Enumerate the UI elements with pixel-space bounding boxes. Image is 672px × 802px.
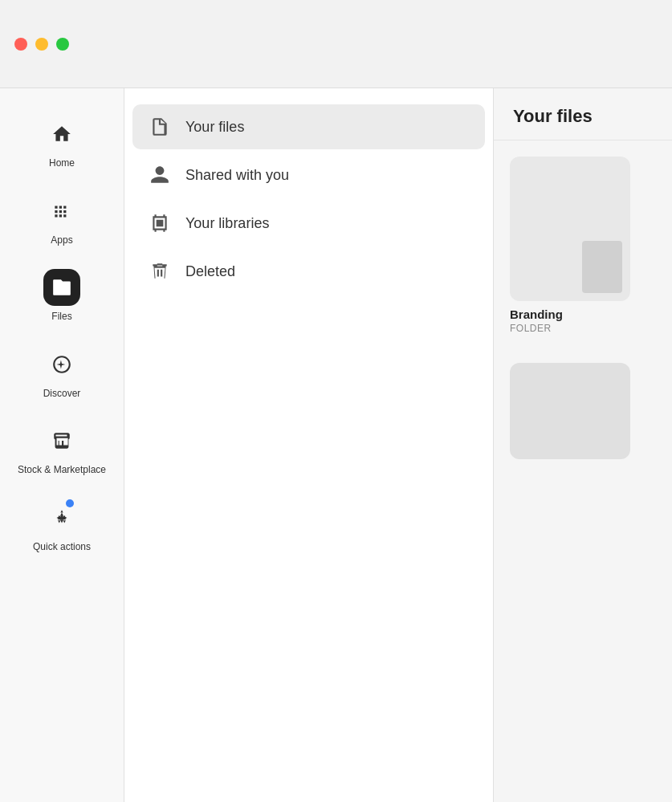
folder-card-branding [510, 157, 630, 301]
folder-type-branding: FOLDER [510, 323, 656, 334]
nav-option-deleted-label: Deleted [185, 263, 235, 280]
folder-card-inner-branding [582, 241, 622, 293]
sidebar-item-quick-actions[interactable]: Quick actions [0, 488, 124, 565]
nav-option-your-files-label: Your files [185, 119, 244, 136]
apps-icon-wrapper [43, 193, 80, 230]
app-container: Home Apps Files [0, 88, 672, 802]
sidebar: Home Apps Files [0, 88, 124, 802]
minimize-button[interactable] [35, 38, 48, 51]
sidebar-item-files[interactable]: Files [0, 258, 124, 335]
folder-name-branding: Branding [510, 307, 656, 321]
nav-option-shared[interactable]: Shared with you [132, 153, 485, 197]
quick-actions-badge [66, 499, 74, 507]
sidebar-item-home[interactable]: Home [0, 104, 124, 181]
folder-item-branding[interactable]: Branding FOLDER [510, 157, 656, 334]
sidebar-item-home-label: Home [49, 157, 75, 170]
sidebar-item-stock-label: Stock & Marketplace [18, 464, 106, 477]
nav-option-libraries-label: Your libraries [185, 215, 269, 232]
main-panel: Your files Branding FOLDER [494, 88, 672, 802]
sidebar-item-stock[interactable]: Stock & Marketplace [0, 411, 124, 488]
your-files-svg-icon [149, 116, 170, 137]
folder-card-2 [510, 363, 630, 459]
sidebar-item-apps[interactable]: Apps [0, 181, 124, 259]
close-button[interactable] [14, 38, 27, 51]
sidebar-item-quick-actions-label: Quick actions [33, 541, 91, 554]
nav-option-shared-label: Shared with you [185, 167, 289, 184]
main-panel-title: Your files [513, 106, 593, 126]
quick-actions-icon-wrapper [43, 499, 80, 536]
files-icon [51, 277, 72, 298]
deleted-icon [149, 260, 171, 283]
apps-icon [51, 201, 72, 222]
main-panel-header: Your files [494, 88, 672, 140]
shared-svg-icon [149, 165, 170, 185]
quick-actions-icon [51, 507, 72, 528]
secondary-nav: Your files Shared with you Your librarie… [124, 88, 494, 802]
home-icon [51, 124, 72, 145]
deleted-svg-icon [149, 261, 170, 282]
stock-icon [51, 430, 72, 451]
folder-item-2[interactable] [510, 347, 656, 459]
home-icon-wrapper [43, 116, 80, 153]
traffic-lights [14, 38, 69, 51]
file-icon [149, 116, 171, 138]
discover-icon-wrapper [43, 346, 80, 383]
titlebar [0, 0, 672, 88]
libraries-svg-icon [149, 213, 170, 234]
sidebar-item-apps-label: Apps [51, 234, 72, 247]
sidebar-item-files-label: Files [51, 311, 71, 324]
sidebar-item-discover-label: Discover [43, 388, 81, 401]
nav-option-your-files[interactable]: Your files [132, 104, 485, 149]
discover-icon [51, 354, 72, 375]
sidebar-item-discover[interactable]: Discover [0, 335, 124, 412]
nav-option-deleted[interactable]: Deleted [132, 249, 485, 294]
maximize-button[interactable] [56, 38, 69, 51]
stock-icon-wrapper [43, 422, 80, 459]
shared-icon [149, 164, 171, 186]
files-grid: Branding FOLDER [494, 140, 672, 475]
libraries-icon [149, 212, 171, 234]
nav-option-libraries[interactable]: Your libraries [132, 201, 485, 246]
files-icon-wrapper [43, 269, 80, 306]
folder-info-branding: Branding FOLDER [510, 307, 656, 334]
